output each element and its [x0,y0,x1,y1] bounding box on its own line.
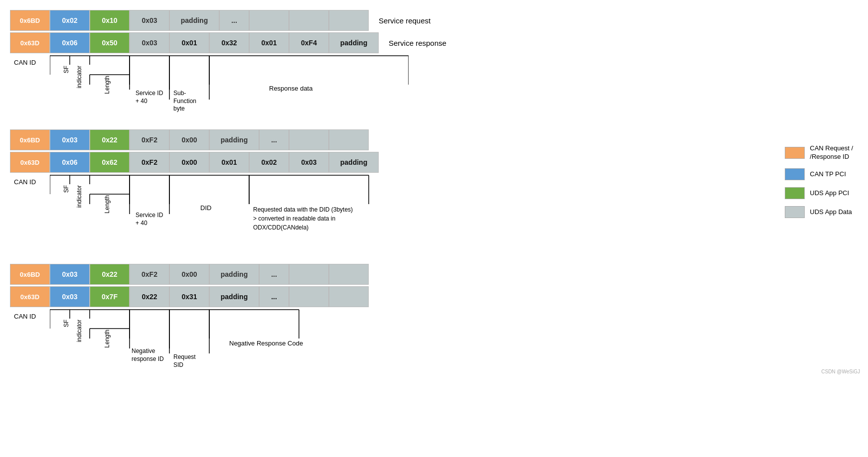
s2-req-cell4: 0x00 [169,129,209,150]
s1-sf-label: SF [63,66,70,73]
s3-req-cell7 [289,264,329,285]
s1-req-cell6 [249,10,289,31]
s2-req-cell3: 0xF2 [130,129,169,150]
s1-req-cell4: padding [169,10,219,31]
s1-resp-cell7: 0xF4 [289,32,329,53]
s3-resp-cell5: padding [209,286,259,307]
s3-bracket-svg [50,309,349,373]
s2-annotations: CAN ID SF indicator Length Service ID+ 4… [50,174,858,254]
s3-req-cell6: ... [259,264,289,285]
s3-req-cell3: 0xF2 [130,264,169,285]
legend-label-can-request: CAN Request //Response ID [810,144,853,161]
s1-subfunction-label: Sub-Functionbyte [173,90,196,113]
s3-nrc-label: Negative Response Code [229,340,303,347]
s1-length-label: Length [104,76,111,94]
s3-requestsid-label: RequestSID [173,353,196,369]
s2-sf-label: SF [63,185,70,193]
s2-resp-cell7: 0x03 [289,152,329,173]
s3-req-cell1: 0x03 [50,264,90,285]
s1-resp-cell3: 0x03 [130,32,169,53]
s3-negrespid-label: Negativeresponse ID [132,347,164,363]
s3-req-can-id: 0x6BD [10,264,50,285]
s1-resp-cell2: 0x50 [90,32,130,53]
s2-req-cell1: 0x03 [50,129,90,150]
legend: CAN Request //Response ID CAN TP PCI UDS… [785,144,853,218]
main-container: 0x6BD 0x02 0x10 0x03 padding ... Service… [0,0,868,378]
section3: 0x6BD 0x03 0x22 0xF2 0x00 padding ... 0x… [10,264,858,373]
s3-length-label: Length [104,330,111,348]
s3-resp-cell2: 0x7F [90,286,130,307]
s3-resp-cell4: 0x31 [169,286,209,307]
legend-box-can-request [785,147,805,159]
s1-resp-can-id: 0x63D [10,32,50,53]
s3-resp-cell7 [289,286,329,307]
s2-resp-cell6: 0x02 [249,152,289,173]
s1-can-id-label: CAN ID [14,59,36,66]
legend-item-can-request: CAN Request //Response ID [785,144,853,161]
s3-req-cell8 [329,264,369,285]
s2-resp-cell2: 0x62 [90,152,130,173]
s1-resp-cell4: 0x01 [169,32,209,53]
s1-service-id-label: Service ID+ 40 [136,90,163,105]
section1: 0x6BD 0x02 0x10 0x03 padding ... Service… [10,10,858,119]
s1-req-label: Service request [379,10,431,31]
s1-resp-label: Service response [389,32,446,53]
s1-resp-cell6: 0x01 [249,32,289,53]
s2-req-cell6: ... [259,129,289,150]
s2-req-cell8 [329,129,369,150]
s2-req-cell2: 0x22 [90,129,130,150]
s1-resp-cell1: 0x06 [50,32,90,53]
s3-req-cell5: padding [209,264,259,285]
s3-indicator-label: indicator [76,320,83,342]
s2-resp-cell8: padding [329,152,379,173]
s3-resp-can-id: 0x63D [10,286,50,307]
s2-did-label: DID [200,204,211,212]
s1-req-cell3: 0x03 [130,10,169,31]
s1-req-cell8 [329,10,369,31]
s2-can-id-label: CAN ID [14,178,36,186]
s1-req-cell7 [289,10,329,31]
legend-item-uds-pci: UDS App PCI [785,187,853,199]
watermark: CSDN @WeSiGJ [821,369,860,374]
section2: 0x6BD 0x03 0x22 0xF2 0x00 padding ... 0x… [10,129,858,254]
legend-label-can-tp: CAN TP PCI [810,170,846,178]
s1-responsedata-label: Response data [269,85,312,92]
s3-resp-cell1: 0x03 [50,286,90,307]
s3-resp-cell8 [329,286,369,307]
s1-req-cell1: 0x02 [50,10,90,31]
s2-indicator-label: indicator [76,185,83,208]
s1-resp-cell8: padding [329,32,379,53]
s2-length-label: Length [104,195,111,214]
legend-box-can-tp [785,168,805,180]
s3-annotations: CAN ID SF indicator Length Negativerespo… [50,309,858,373]
s3-resp-cell6: ... [259,286,289,307]
legend-label-uds-data: UDS App Data [810,208,852,216]
legend-box-uds-pci [785,187,805,199]
s2-service-id-label: Service ID+ 40 [136,212,163,227]
legend-box-uds-data [785,206,805,218]
s3-resp-cell3: 0x22 [130,286,169,307]
s2-resp-cell1: 0x06 [50,152,90,173]
s2-req-can-id: 0x6BD [10,129,50,150]
s2-req-cell5: padding [209,129,259,150]
s2-resp-cell5: 0x01 [209,152,249,173]
s1-annotations: CAN ID SF indicator Length Service ID+ 4… [50,55,858,119]
s2-bracket-svg [50,174,448,254]
s1-indicator-label: indicator [76,66,83,88]
s2-req-cell7 [289,129,329,150]
legend-item-uds-data: UDS App Data [785,206,853,218]
s1-resp-cell5: 0x32 [209,32,249,53]
s2-requesteddata-label: Requested data with the DID (3bytes)> co… [253,205,353,232]
s3-req-cell2: 0x22 [90,264,130,285]
s1-req-can-id: 0x6BD [10,10,50,31]
s3-sf-label: SF [63,320,70,327]
s2-resp-cell3: 0xF2 [130,152,169,173]
s1-req-cell5: ... [219,10,249,31]
s2-resp-cell4: 0x00 [169,152,209,173]
legend-label-uds-pci: UDS App PCI [810,189,849,197]
legend-item-can-tp: CAN TP PCI [785,168,853,180]
s2-resp-can-id: 0x63D [10,152,50,173]
s3-req-cell4: 0x00 [169,264,209,285]
s3-can-id-label: CAN ID [14,313,36,320]
s1-req-cell2: 0x10 [90,10,130,31]
